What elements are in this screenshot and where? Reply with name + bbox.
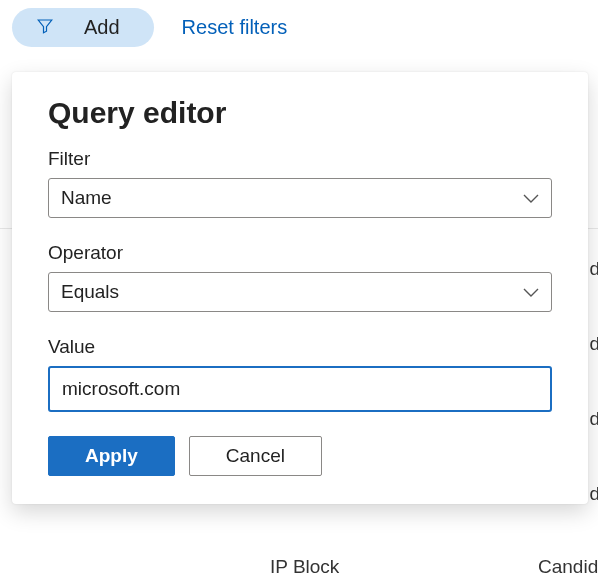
filter-select-value: Name xyxy=(61,187,112,209)
apply-button[interactable]: Apply xyxy=(48,436,175,476)
value-input[interactable] xyxy=(48,366,552,412)
operator-label: Operator xyxy=(48,242,552,264)
chevron-down-icon xyxy=(523,281,539,303)
add-filter-button[interactable]: Add xyxy=(12,8,154,47)
button-row: Apply Cancel xyxy=(48,436,552,476)
operator-select[interactable]: Equals xyxy=(48,272,552,312)
cancel-button[interactable]: Cancel xyxy=(189,436,322,476)
bg-text-d: d xyxy=(589,258,598,280)
filter-icon xyxy=(36,17,54,39)
filter-label: Filter xyxy=(48,148,552,170)
bg-text-candid: Candid xyxy=(538,556,598,576)
popover-title: Query editor xyxy=(48,96,552,130)
reset-filters-link[interactable]: Reset filters xyxy=(182,16,288,39)
filter-select[interactable]: Name xyxy=(48,178,552,218)
value-label: Value xyxy=(48,336,552,358)
filter-toolbar: Add Reset filters xyxy=(0,0,598,55)
bg-text-d: d xyxy=(589,483,598,505)
add-filter-label: Add xyxy=(84,16,120,39)
bg-text-d: d xyxy=(589,408,598,430)
bg-text-d: d xyxy=(589,333,598,355)
bg-text-ipblock: IP Block xyxy=(270,556,339,576)
chevron-down-icon xyxy=(523,187,539,209)
query-editor-popover: Query editor Filter Name Operator Equals… xyxy=(12,72,588,504)
operator-select-value: Equals xyxy=(61,281,119,303)
